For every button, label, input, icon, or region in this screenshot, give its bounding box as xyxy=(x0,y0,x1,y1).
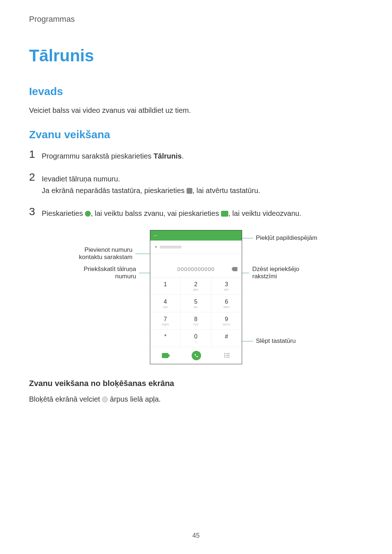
step-number-1: 1 xyxy=(29,148,42,160)
keypad-key: 7PQRS xyxy=(150,312,181,330)
page-title: Tālrunis xyxy=(29,46,363,65)
label-add-contact: Pievienot numuru kontaktu sarakstam xyxy=(60,246,150,261)
phone-actions xyxy=(150,347,242,364)
keypad-key: 3DEF xyxy=(211,278,242,295)
step-1: 1 Programmu sarakstā pieskarieties Tālru… xyxy=(29,148,363,162)
keypad-key: 4GHI xyxy=(150,295,181,312)
phone-diagram: Pievienot numuru kontaktu sarakstam Prie… xyxy=(29,230,363,364)
page-number: 45 xyxy=(192,532,200,539)
section-label: Programmas xyxy=(29,15,363,24)
step-2-content: Ievadiet tālruņa numuru. Ja ekrānā nepar… xyxy=(42,171,260,196)
phone-number-display: 00000000000 xyxy=(177,266,215,272)
plus-icon: + xyxy=(155,244,158,250)
intro-text: Veiciet balss vai video zvanus vai atbil… xyxy=(29,105,363,116)
keypad-key: 0+ xyxy=(181,330,211,347)
step-2: 2 Ievadiet tālruņa numuru. Ja ekrānā nep… xyxy=(29,171,363,196)
call-button-icon xyxy=(192,351,201,360)
back-icon: ← xyxy=(153,233,158,238)
keypad-key: 8TUV xyxy=(181,312,211,330)
phone-lock-icon xyxy=(102,397,108,402)
making-calls-heading: Zvanu veikšana xyxy=(29,128,363,141)
add-contact-row: + xyxy=(150,241,242,254)
keypad-key: 1 xyxy=(150,278,181,295)
step-number-3: 3 xyxy=(29,205,42,218)
keypad-key: 2ABC xyxy=(181,278,211,295)
step-list: 1 Programmu sarakstā pieskarieties Tālru… xyxy=(29,148,363,219)
step-number-2: 2 xyxy=(29,171,42,183)
keypad-icon xyxy=(187,188,192,194)
phone-call-icon xyxy=(85,211,91,217)
add-contact-placeholder xyxy=(160,246,181,249)
lock-screen-heading: Zvanu veikšana no bloķēšanas ekrāna xyxy=(29,379,363,388)
step-3-content: Pieskarieties , lai veiktu balss zvanu, … xyxy=(42,205,301,219)
lock-screen-text: Bloķētā ekrānā velciet ārpus lielā apļa. xyxy=(29,394,363,405)
phone-header: ← xyxy=(150,230,242,241)
hide-keyboard-icon xyxy=(224,353,230,358)
label-hide-keyboard: Slēpt tastatūru xyxy=(242,337,296,345)
label-more-options: Piekļūt papildiespējām xyxy=(242,234,317,242)
keypad: 12ABC3DEF4GHI5JKL6MNO7PQRS8TUV9WXYZ*0+# xyxy=(150,278,242,347)
video-call-icon xyxy=(221,211,228,217)
intro-heading: Ievads xyxy=(29,85,363,98)
label-delete-char: Dzēst iepriekšējo rakstzīmi xyxy=(242,266,325,280)
phone-number-row: 00000000000 xyxy=(150,261,242,278)
step-1-content: Programmu sarakstā pieskarieties Tālruni… xyxy=(42,148,184,162)
phone-frame: ← + 00000000000 12ABC3DEF4GHI5JKL6MNO7PQ… xyxy=(150,230,242,364)
step-3: 3 Pieskarieties , lai veiktu balss zvanu… xyxy=(29,205,363,219)
keypad-key: # xyxy=(211,330,242,347)
video-call-button-icon xyxy=(162,353,168,358)
label-preview-number: Priekšskatīt tālruņa numuru xyxy=(64,266,150,280)
keypad-key: 6MNO xyxy=(211,295,242,312)
backspace-icon xyxy=(232,267,237,271)
keypad-key: * xyxy=(150,330,181,347)
keypad-key: 5JKL xyxy=(181,295,211,312)
keypad-key: 9WXYZ xyxy=(211,312,242,330)
